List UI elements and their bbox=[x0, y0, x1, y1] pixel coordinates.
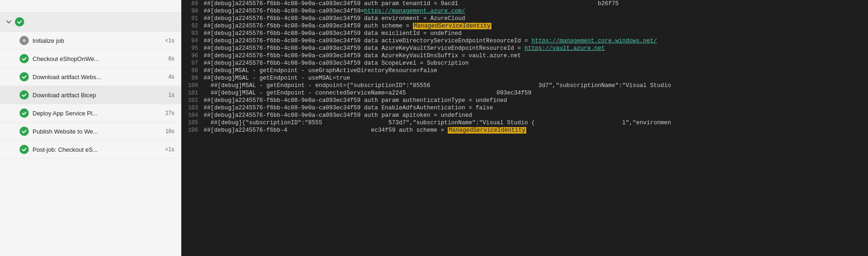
step-item[interactable]: Initialize job<1s bbox=[0, 32, 181, 50]
step-status-icon bbox=[20, 54, 29, 63]
log-content: ##[debug]MSAL - getEndpoint - endpoint={… bbox=[204, 82, 868, 89]
log-content: ##[debug]a2245576-f6bb-4c08-9e0a-ca093ec… bbox=[204, 60, 868, 67]
job-header[interactable] bbox=[0, 13, 181, 32]
step-duration: <1s bbox=[165, 37, 174, 44]
step-status-icon bbox=[20, 108, 29, 118]
step-item[interactable]: Checkout eShopOnWe...6s bbox=[0, 50, 181, 68]
log-content: ##[debug]{"subscriptionID":"8555 573d7",… bbox=[204, 119, 868, 127]
step-duration: 16s bbox=[166, 128, 174, 135]
step-duration: 4s bbox=[168, 74, 174, 80]
job-section: Initialize job<1sCheckout eShopOnWe...6s… bbox=[0, 13, 181, 159]
step-list: Initialize job<1sCheckout eShopOnWe...6s… bbox=[0, 32, 181, 159]
step-duration: <1s bbox=[165, 146, 174, 153]
line-number: 92 bbox=[181, 22, 204, 30]
step-item[interactable]: Download artifact Bicep1s bbox=[0, 86, 181, 104]
step-status-icon bbox=[20, 72, 29, 81]
log-row: 99##[debug]MSAL - getEndpoint - useMSAL=… bbox=[181, 74, 868, 82]
step-status-icon bbox=[20, 127, 29, 136]
line-number: 95 bbox=[181, 45, 204, 52]
line-number: 97 bbox=[181, 60, 204, 67]
log-row: 97##[debug]a2245576-f6bb-4c08-9e0a-ca093… bbox=[181, 60, 868, 67]
log-content: ##[debug]a2245576-f6bb-4c08-9e0a-ca093ec… bbox=[204, 104, 868, 112]
svg-point-0 bbox=[23, 39, 26, 42]
log-row: 105 ##[debug]{"subscriptionID":"8555 573… bbox=[181, 119, 868, 127]
line-number: 90 bbox=[181, 7, 204, 15]
line-number: 102 bbox=[181, 97, 204, 104]
step-duration: 6s bbox=[168, 55, 174, 62]
log-content: ##[debug]a2245576-f6bb-4c08-9e0a-ca093ec… bbox=[204, 97, 868, 104]
log-content: ##[debug]a2245576-f6bb-4c08-9e0a-ca093ec… bbox=[204, 112, 868, 119]
log-content: ##[debug]MSAL - getEndpoint - useMSAL=tr… bbox=[204, 74, 868, 82]
log-content: ##[debug]a2245576-f6bb-4c08-9e0a-ca093ec… bbox=[204, 0, 868, 7]
sidebar-title bbox=[0, 0, 181, 13]
line-number: 101 bbox=[181, 89, 204, 97]
step-label: Checkout eShopOnWe... bbox=[33, 55, 165, 62]
log-row: 98##[debug]MSAL - getEndpoint - useGraph… bbox=[181, 67, 868, 74]
line-number: 106 bbox=[181, 127, 204, 134]
log-row: 100 ##[debug]MSAL - getEndpoint - endpoi… bbox=[181, 82, 868, 89]
log-content: ##[debug]a2245576-f6bb-4c08-9e0a-ca093ec… bbox=[204, 45, 868, 52]
step-label: Initialize job bbox=[33, 37, 161, 44]
log-row: 95##[debug]a2245576-f6bb-4c08-9e0a-ca093… bbox=[181, 45, 868, 52]
log-panel[interactable]: 89##[debug]a2245576-f6bb-4c08-9e0a-ca093… bbox=[181, 0, 868, 256]
line-number: 98 bbox=[181, 67, 204, 74]
step-status-icon bbox=[20, 36, 29, 45]
step-status-icon bbox=[20, 90, 29, 100]
log-row: 103##[debug]a2245576-f6bb-4c08-9e0a-ca09… bbox=[181, 104, 868, 112]
job-status-icon bbox=[15, 17, 24, 27]
line-number: 96 bbox=[181, 52, 204, 60]
line-number: 94 bbox=[181, 37, 204, 45]
log-row: 92##[debug]a2245576-f6bb-4c08-9e0a-ca093… bbox=[181, 22, 868, 30]
log-row: 101 ##[debug]MSAL - getEndpoint - connec… bbox=[181, 89, 868, 97]
log-content: ##[debug]MSAL - getEndpoint - connectedS… bbox=[204, 89, 868, 97]
log-row: 104##[debug]a2245576-f6bb-4c08-9e0a-ca09… bbox=[181, 112, 868, 119]
step-label: Download artifact Webs... bbox=[33, 74, 165, 81]
log-row: 93##[debug]a2245576-f6bb-4c08-9e0a-ca093… bbox=[181, 30, 868, 37]
chevron-down-icon bbox=[5, 18, 13, 26]
step-label: Post-job: Checkout eS... bbox=[33, 146, 161, 153]
line-number: 89 bbox=[181, 0, 204, 7]
step-item[interactable]: Post-job: Checkout eS...<1s bbox=[0, 141, 181, 159]
line-number: 93 bbox=[181, 30, 204, 37]
line-number: 104 bbox=[181, 112, 204, 119]
log-content: ##[debug]a2245576-f6bb-4c08-9e0a-ca093ec… bbox=[204, 7, 868, 15]
log-lines: 89##[debug]a2245576-f6bb-4c08-9e0a-ca093… bbox=[181, 0, 868, 134]
log-row: 96##[debug]a2245576-f6bb-4c08-9e0a-ca093… bbox=[181, 52, 868, 60]
sidebar: Initialize job<1sCheckout eShopOnWe...6s… bbox=[0, 0, 181, 256]
log-row: 106##[debug]a2245576-f6bb-4 ec34f59 auth… bbox=[181, 127, 868, 134]
step-duration: 27s bbox=[166, 110, 174, 116]
log-content: ##[debug]a2245576-f6bb-4c08-9e0a-ca093ec… bbox=[204, 15, 868, 22]
line-number: 91 bbox=[181, 15, 204, 22]
log-row: 91##[debug]a2245576-f6bb-4c08-9e0a-ca093… bbox=[181, 15, 868, 22]
step-item[interactable]: Deploy App Service Pl...27s bbox=[0, 104, 181, 122]
step-item[interactable]: Download artifact Webs...4s bbox=[0, 68, 181, 86]
step-label: Deploy App Service Pl... bbox=[33, 110, 162, 117]
log-content: ##[debug]a2245576-f6bb-4c08-9e0a-ca093ec… bbox=[204, 22, 868, 30]
log-row: 89##[debug]a2245576-f6bb-4c08-9e0a-ca093… bbox=[181, 0, 868, 7]
log-row: 90##[debug]a2245576-f6bb-4c08-9e0a-ca093… bbox=[181, 7, 868, 15]
log-row: 102##[debug]a2245576-f6bb-4c08-9e0a-ca09… bbox=[181, 97, 868, 104]
step-item[interactable]: Publish Website to We...16s bbox=[0, 122, 181, 141]
log-content: ##[debug]a2245576-f6bb-4c08-9e0a-ca093ec… bbox=[204, 52, 868, 60]
step-duration: 1s bbox=[168, 92, 174, 98]
log-content: ##[debug]a2245576-f6bb-4c08-9e0a-ca093ec… bbox=[204, 37, 868, 45]
step-status-icon bbox=[20, 145, 29, 154]
log-content: ##[debug]MSAL - getEndpoint - useGraphAc… bbox=[204, 67, 868, 74]
step-label: Publish Website to We... bbox=[33, 128, 162, 135]
log-row: 94##[debug]a2245576-f6bb-4c08-9e0a-ca093… bbox=[181, 37, 868, 45]
log-content: ##[debug]a2245576-f6bb-4 ec34f59 auth sc… bbox=[204, 127, 868, 134]
log-content: ##[debug]a2245576-f6bb-4c08-9e0a-ca093ec… bbox=[204, 30, 868, 37]
line-number: 105 bbox=[181, 119, 204, 127]
step-label: Download artifact Bicep bbox=[33, 92, 165, 99]
line-number: 100 bbox=[181, 82, 204, 89]
line-number: 99 bbox=[181, 74, 204, 82]
line-number: 103 bbox=[181, 104, 204, 112]
